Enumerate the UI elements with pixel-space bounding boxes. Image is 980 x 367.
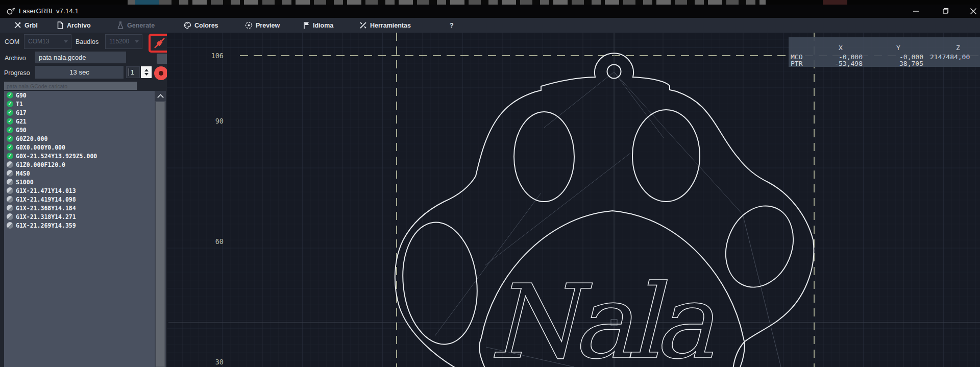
gcode-line[interactable]: M4S0 <box>4 169 155 178</box>
screen-capture-artifact <box>0 0 980 5</box>
gcode-line[interactable]: G21 <box>4 117 155 126</box>
gcode-text: G1X-21.318Y14.271 <box>16 213 76 221</box>
design-text: Nala <box>489 262 714 367</box>
scrollbar-thumb[interactable] <box>156 102 165 367</box>
gcode-line[interactable]: G17 <box>4 108 155 117</box>
gcode-text: T1 <box>16 101 23 108</box>
gcode-line[interactable]: G90 <box>4 126 155 134</box>
gcode-text: G21 <box>16 118 27 125</box>
menu-bar: Grbl Archivo Generate Colores Preview Id… <box>0 18 980 33</box>
svg-text:-53,498: -53,498 <box>835 60 863 67</box>
gcode-line[interactable]: G1X-21.318Y14.271 <box>4 212 155 221</box>
gcode-text: M4S0 <box>16 170 30 177</box>
gcode-line[interactable]: G1X-21.419Y14.098 <box>4 195 155 204</box>
gcode-text: G1X-21.269Y14.359 <box>16 222 76 229</box>
chevron-down-icon <box>135 40 139 43</box>
flask-icon <box>117 21 124 29</box>
passes-stepper[interactable] <box>141 66 152 78</box>
maximize-button[interactable] <box>937 5 954 18</box>
coords-panel: X Y Z MCO -0,000 -0,000 2147484,00 PTR -… <box>789 37 980 67</box>
gcode-text: G1X-21.419Y14.098 <box>16 196 76 203</box>
progreso-label: Progreso <box>4 69 30 77</box>
gcode-text: G1X-21.471Y14.013 <box>16 187 76 194</box>
document-icon <box>57 21 64 29</box>
svg-text:Z: Z <box>956 44 960 52</box>
gcode-line[interactable]: T1 <box>4 100 155 108</box>
check-icon <box>7 135 13 142</box>
passes-value[interactable]: 1 <box>126 66 140 78</box>
file-status-bar: pata nala.GCode caricato <box>4 82 137 90</box>
check-icon <box>7 144 13 151</box>
gcode-line[interactable]: G1X-21.471Y14.013 <box>4 186 155 195</box>
gcode-line[interactable]: S1000 <box>4 178 155 186</box>
menu-preview[interactable]: Preview <box>245 18 280 33</box>
down-arrow-icon <box>144 73 149 76</box>
gcode-line[interactable]: G0X-21.524Y13.929Z5.000 <box>4 152 155 160</box>
minimize-button[interactable] <box>908 5 925 18</box>
pending-icon <box>7 179 13 185</box>
svg-text:90: 90 <box>215 117 224 125</box>
window-title: LaserGRBL v7.14.1 <box>19 7 79 15</box>
svg-text:Y: Y <box>896 44 900 52</box>
menu-idioma[interactable]: Idioma <box>303 18 333 33</box>
gcode-text: G1Z0.000F120.0 <box>16 161 65 168</box>
svg-text:30: 30 <box>215 358 224 366</box>
com-port-select[interactable]: COM13 <box>24 34 71 49</box>
preview-icon <box>245 21 253 29</box>
pending-icon <box>7 170 13 177</box>
menu-colores[interactable]: Colores <box>184 18 218 33</box>
baud-label: Baudios <box>76 38 99 45</box>
check-icon <box>7 127 13 133</box>
pending-icon <box>7 222 13 229</box>
list-scrollbar[interactable] <box>155 91 166 367</box>
menu-herramientas[interactable]: Herramientas <box>359 18 411 33</box>
check-icon <box>7 92 13 99</box>
gcode-text: G90 <box>16 92 27 99</box>
svg-text:38,705: 38,705 <box>899 60 923 67</box>
check-icon <box>7 101 13 107</box>
tools-icon <box>14 21 21 29</box>
menu-archivo[interactable]: Archivo <box>57 18 91 33</box>
gcode-list[interactable]: G90T1G17G21G90G0Z20.000G0X0.000Y0.000G0X… <box>4 91 155 367</box>
chevron-down-icon <box>64 40 68 43</box>
gcode-line[interactable]: G90 <box>4 91 155 100</box>
menu-help[interactable]: ? <box>450 18 454 33</box>
gcode-line[interactable]: G1Z0.000F120.0 <box>4 160 155 169</box>
gcode-line[interactable]: G0X0.000Y0.000 <box>4 143 155 152</box>
gcode-text: G17 <box>16 109 27 116</box>
pending-icon <box>7 196 13 203</box>
stop-button[interactable] <box>154 66 168 80</box>
app-logo-icon <box>7 8 15 15</box>
check-icon <box>7 118 13 125</box>
gcode-line[interactable]: G1X-21.368Y14.184 <box>4 204 155 212</box>
filename-field[interactable]: pata nala.gcode <box>35 52 126 63</box>
up-arrow-icon <box>144 69 149 71</box>
pending-icon <box>7 205 13 211</box>
archivo-label: Archivo <box>5 55 26 62</box>
gcode-text: S1000 <box>16 179 34 186</box>
title-bar: LaserGRBL v7.14.1 <box>0 5 980 18</box>
gcode-text: G90 <box>16 127 27 134</box>
scroll-up-button[interactable] <box>155 91 166 101</box>
gcode-line[interactable]: G1X-21.269Y14.359 <box>4 221 155 230</box>
menu-grbl[interactable]: Grbl <box>14 18 38 33</box>
wrench-icon <box>359 21 367 29</box>
gcode-line[interactable]: G0Z20.000 <box>4 134 155 143</box>
preview-canvas[interactable]: Nala 106 90 60 30 X Y Z MCO -0,000 -0,00… <box>167 33 980 367</box>
flag-icon <box>303 21 310 29</box>
check-icon <box>7 109 13 116</box>
gcode-text: G0X-21.524Y13.929Z5.000 <box>16 153 97 160</box>
svg-text:106: 106 <box>211 52 224 60</box>
close-button[interactable] <box>965 5 980 18</box>
baud-rate-select[interactable]: 115200 <box>105 34 142 49</box>
disconnect-button[interactable] <box>153 36 166 50</box>
com-label: COM <box>5 38 19 45</box>
menu-generate[interactable]: Generate <box>117 18 155 33</box>
pending-icon <box>7 213 13 220</box>
left-panel: COM COM13 Baudios 115200 Archivo pata na… <box>0 33 167 367</box>
gcode-text: G0X0.000Y0.000 <box>16 144 65 151</box>
svg-text:X: X <box>839 44 843 52</box>
svg-text:60: 60 <box>215 237 224 246</box>
gcode-text: G0Z20.000 <box>16 135 47 142</box>
palette-icon <box>184 21 191 29</box>
